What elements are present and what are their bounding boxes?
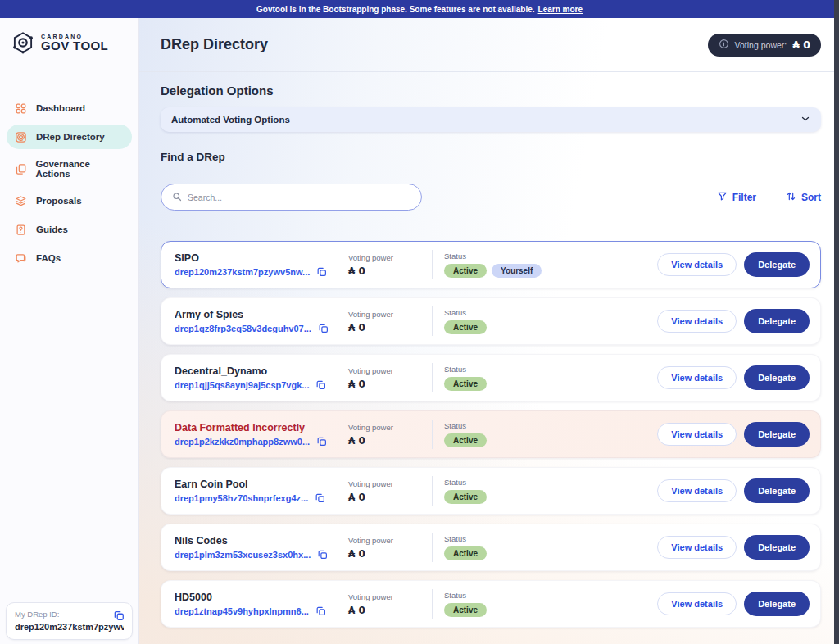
view-details-button[interactable]: View details — [657, 479, 737, 502]
copy-icon[interactable] — [316, 266, 327, 277]
copy-icon[interactable] — [316, 436, 327, 447]
view-details-button[interactable]: View details — [657, 423, 737, 446]
drep-card: Decentral_Dynamo drep1qjj5qs8aynj9aj5csp… — [161, 354, 821, 401]
delegate-button[interactable]: Delegate — [744, 309, 810, 333]
voting-power-label: Voting power — [348, 536, 432, 545]
drep-card: Nils Codes drep1plm3zm53xcusez3sx0hx... … — [161, 524, 821, 571]
voting-power-value: ₳ 0 — [348, 605, 432, 616]
delegate-button[interactable]: Delegate — [744, 422, 810, 447]
search-input[interactable] — [188, 193, 410, 202]
accordion-label: Automated Voting Options — [171, 115, 290, 125]
search-toolbar: Filter Sort — [161, 184, 821, 211]
drep-id-link[interactable]: drep1pmy58hz70shnprfexg4z... — [175, 493, 308, 503]
copy-icon[interactable] — [315, 492, 325, 503]
delegation-options-title: Delegation Options — [161, 84, 821, 98]
delegate-button[interactable]: Delegate — [744, 478, 810, 503]
main-panel: DRep Directory Voting power: ₳ 0 Delegat… — [139, 18, 839, 644]
sidebar-item-label: Dashboard — [36, 103, 85, 113]
status-label: Status — [444, 421, 487, 430]
status-badge: Active — [444, 377, 487, 391]
sidebar-item-label: Proposals — [36, 196, 82, 206]
voting-power-value: ₳ 0 — [348, 492, 432, 503]
sidebar-item-proposals[interactable]: Proposals — [7, 188, 132, 213]
sort-icon — [786, 191, 796, 204]
status-badges: Active — [444, 320, 487, 334]
automated-voting-options-accordion[interactable]: Automated Voting Options — [161, 107, 821, 132]
page-scrollbar[interactable] — [834, 0, 839, 644]
govtool-logo-icon — [11, 30, 35, 55]
voting-power-label: Voting power — [348, 366, 432, 375]
delegate-button[interactable]: Delegate — [744, 592, 810, 616]
sidebar-item-faqs[interactable]: FAQs — [7, 246, 132, 270]
copy-icon[interactable] — [317, 549, 328, 560]
view-details-button[interactable]: View details — [657, 253, 737, 276]
main-header: DRep Directory Voting power: ₳ 0 — [139, 18, 839, 72]
guides-icon — [15, 223, 28, 236]
search-box — [161, 184, 422, 211]
status-label: Status — [444, 591, 487, 600]
view-details-button[interactable]: View details — [657, 536, 737, 559]
voting-power-value: ₳ 0 — [348, 548, 432, 560]
drep-name: Earn Coin Pool — [175, 478, 348, 490]
drep-id-link[interactable]: drep1qjj5qs8aynj9aj5csp7vgk... — [175, 380, 309, 390]
sidebar-item-label: DRep Directory — [36, 132, 105, 142]
drep-id-link[interactable]: drep1p2kzkkz0mphapp8zww0... — [175, 437, 310, 447]
drep-id-link[interactable]: drep1ztnap45v9hyhpxlnpmn6... — [175, 606, 309, 616]
learn-more-link[interactable]: Learn more — [538, 5, 583, 14]
status-badge: Active — [444, 603, 487, 617]
drep-card: Data Formatted Incorrectly drep1p2kzkkz0… — [161, 410, 821, 458]
view-details-button[interactable]: View details — [657, 366, 737, 389]
status-label: Status — [444, 478, 487, 487]
voting-power-value: ₳ 0 — [348, 435, 432, 447]
view-details-button[interactable]: View details — [657, 310, 737, 333]
voting-power-label: Voting power — [348, 310, 432, 319]
my-drep-id-box: My DRep ID: drep120m237kstm7pzywv5n... — [6, 602, 133, 640]
status-badges: Active — [444, 490, 487, 504]
page-title: DRep Directory — [161, 36, 268, 53]
copy-icon[interactable] — [315, 605, 326, 616]
voting-power-value: ₳ 0 — [348, 265, 432, 277]
main-content: Delegation Options Automated Voting Opti… — [139, 72, 839, 644]
status-badges: ActiveYourself — [444, 264, 542, 278]
drep-id-link[interactable]: drep1plm3zm53xcusez3sx0hx... — [175, 550, 311, 560]
drep-card: HD5000 drep1ztnap45v9hyhpxlnpmn6... Voti… — [161, 580, 821, 628]
delegate-button[interactable]: Delegate — [744, 535, 810, 560]
chevron-down-icon — [800, 112, 810, 127]
bootstrap-banner: Govtool is in the Bootstrapping phase. S… — [0, 0, 839, 18]
status-badges: Active — [444, 546, 487, 560]
voting-power-label: Voting power — [348, 479, 432, 488]
copy-icon[interactable] — [318, 323, 329, 333]
sidebar: CARDANO GOV TOOL Dashboard DRep Director… — [0, 18, 139, 644]
drep-directory-icon — [15, 130, 28, 143]
sort-button[interactable]: Sort — [786, 191, 821, 204]
voting-power-value: ₳ 0 — [348, 322, 432, 333]
voting-power-label: Voting power — [348, 423, 432, 432]
drep-list: SIPO drep120m237kstm7pzywv5nw... Voting … — [161, 241, 821, 628]
delegate-button[interactable]: Delegate — [744, 365, 810, 390]
sidebar-item-guides[interactable]: Guides — [7, 217, 132, 242]
copy-icon[interactable] — [315, 379, 326, 390]
sidebar-item-drep-directory[interactable]: DRep Directory — [7, 125, 132, 149]
filter-button[interactable]: Filter — [717, 191, 756, 204]
sidebar-item-governance-actions[interactable]: Governance Actions — [7, 153, 132, 184]
drep-name: Data Formatted Incorrectly — [175, 422, 348, 433]
status-label: Status — [444, 252, 542, 261]
status-label: Status — [444, 534, 487, 543]
voting-power-label: Voting power — [348, 253, 432, 262]
drep-name: HD5000 — [175, 592, 348, 603]
banner-text: Govtool is in the Bootstrapping phase. S… — [256, 5, 535, 14]
sidebar-item-dashboard[interactable]: Dashboard — [7, 96, 132, 120]
copy-icon[interactable] — [113, 610, 125, 621]
app-logo[interactable]: CARDANO GOV TOOL — [0, 18, 138, 55]
view-details-button[interactable]: View details — [657, 592, 737, 615]
status-label: Status — [444, 365, 487, 374]
sort-label: Sort — [801, 192, 821, 203]
status-badge: Active — [444, 433, 487, 447]
drep-name: Nils Codes — [175, 535, 348, 546]
delegate-button[interactable]: Delegate — [744, 252, 810, 277]
my-drep-id-value: drep120m237kstm7pzywv5n... — [15, 622, 124, 632]
drep-id-link[interactable]: drep120m237kstm7pzywv5nw... — [175, 267, 310, 277]
search-icon — [172, 190, 182, 205]
drep-id-link[interactable]: drep1qz8frp3eq58v3dcguhv07... — [175, 324, 311, 333]
status-badge: Active — [444, 320, 487, 334]
